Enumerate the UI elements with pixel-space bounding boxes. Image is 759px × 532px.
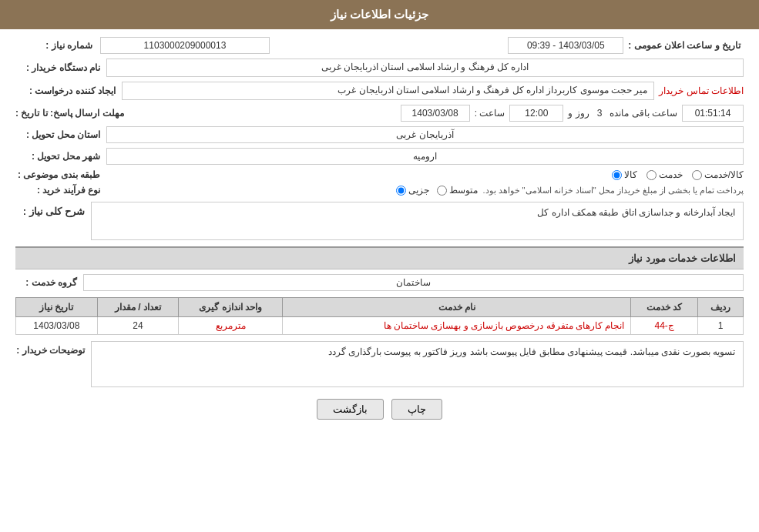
ijad-value-group: اطلاعات تماس خریدار میر حجت موسوی کاربرد… [122, 82, 744, 100]
row-ostan: آذربایجان غربی استان محل تحویل : [15, 126, 744, 143]
mohlat-date-value: 1403/03/08 [401, 105, 470, 122]
print-button[interactable]: چاپ [391, 399, 442, 420]
tabaqe-kala: کالا [612, 169, 637, 180]
gorohe-label: گروه خدمت : [15, 277, 77, 288]
shahr-value-group: ارومیه [106, 148, 744, 165]
tabaqe-radio-group: کالا/خدمت خدمت کالا [612, 169, 744, 180]
rooz-label: روز و [568, 108, 589, 119]
khadamat-section-header: اطلاعات خدمات مورد نیاز [15, 246, 744, 269]
mohlat-label: مهلت ارسال پاسخ: تا تاریخ : [15, 108, 124, 119]
page-header: جزئیات اطلاعات نیاز [0, 0, 759, 29]
mohlat-baqi-label: ساعت باقی مانده [610, 108, 677, 119]
shomare-group: 1103000209000013 شماره نیاز : [15, 37, 270, 54]
tabaqe-khadamat: خدمت [646, 169, 683, 180]
row-noe-farayand: پرداخت تمام یا بخشی از مبلغ خریداز محل "… [15, 185, 744, 196]
shomare-label: شماره نیاز : [15, 40, 92, 51]
tabaqe-kala-label: کالا [624, 169, 637, 180]
noe-farayand-jozi-radio[interactable] [396, 186, 406, 196]
col-name: نام خدمت [283, 298, 631, 317]
shahr-value: ارومیه [106, 148, 744, 165]
noe-farayand-jozi-label: جزیی [408, 185, 429, 196]
noe-farayand-group: پرداخت تمام یا بخشی از مبلغ خریداز محل "… [106, 185, 744, 196]
noe-farayand-radio-group: متوسط جزیی [396, 185, 478, 196]
button-row: بازگشت چاپ [15, 399, 744, 420]
row-ijad: اطلاعات تماس خریدار میر حجت موسوی کاربرد… [15, 82, 744, 100]
mohlat-saat-label: ساعت : [475, 108, 505, 119]
cell-radif: 1 [698, 317, 744, 335]
noe-farayand-motawaset-radio[interactable] [437, 186, 447, 196]
cell-tedad: 24 [97, 317, 179, 335]
noe-farayand-motawaset: متوسط [437, 185, 478, 196]
page-container: جزئیات اطلاعات نیاز تاریخ و ساعت اعلان ع… [0, 0, 759, 532]
col-kod: کد خدمت [631, 298, 698, 317]
cell-tarikh: 1403/03/08 [16, 317, 98, 335]
tabaqe-khadamat-radio[interactable] [646, 170, 657, 180]
content-area: تاریخ و ساعت اعلان عمومی : 1403/03/05 - … [0, 29, 759, 439]
tabaqe-kala-khadamat-radio[interactable] [692, 170, 702, 180]
col-vahed: واحد اندازه گیری [179, 298, 283, 317]
khadamat-table-container: ردیف کد خدمت نام خدمت واحد اندازه گیری ت… [15, 297, 744, 335]
gorohe-value: ساختمان [83, 274, 744, 291]
ijad-label: ایجاد کننده درخواست : [15, 85, 116, 96]
sharh-label: شرح کلی نیاز : [15, 202, 85, 217]
dasgah-value: اداره کل فرهنگ و ارشاد اسلامی استان اذرب… [106, 59, 744, 77]
dasgah-label: نام دستگاه خریدار : [15, 62, 100, 73]
tarikh-value: 1403/03/05 - 09:39 [508, 37, 623, 54]
back-button[interactable]: بازگشت [317, 399, 384, 420]
khadamat-table: ردیف کد خدمت نام خدمت واحد اندازه گیری ت… [15, 297, 744, 335]
توضیحات-value-group: تسویه بصورت نقدی میباشد. قیمت پیشنهادی م… [91, 341, 744, 387]
cell-kod: ج-44 [631, 317, 698, 335]
mohlat-saat-value: 12:00 [509, 105, 563, 122]
row-mohlat: 01:51:14 ساعت باقی مانده 3 روز و 12:00 س… [15, 105, 744, 122]
row-توضیحات: تسویه بصورت نقدی میباشد. قیمت پیشنهادی م… [15, 341, 744, 387]
row-gorohe: ساختمان گروه خدمت : [15, 274, 744, 291]
noe-farayand-motawaset-label: متوسط [449, 185, 478, 196]
row-sharh: ایجاد آبدارخانه و جداسازی اتاق طبقه همکف… [15, 202, 744, 240]
ijad-value: میر حجت موسوی کاربرداز اداره کل فرهنگ و … [122, 82, 654, 100]
mohlat-baqi-group: 01:51:14 ساعت باقی مانده 3 روز و 12:00 س… [401, 105, 744, 122]
توضیحات-label: توضیحات خریدار : [15, 341, 85, 356]
noe-farayand-jozi: جزیی [396, 185, 429, 196]
ostan-value: آذربایجان غربی [106, 126, 744, 143]
row-shomared-tarikh: تاریخ و ساعت اعلان عمومی : 1403/03/05 - … [15, 37, 744, 54]
row-dasgah: اداره کل فرهنگ و ارشاد اسلامی استان اذرب… [15, 59, 744, 77]
col-tarikh: تاریخ نیاز [16, 298, 98, 317]
rooz-value: 3 [597, 108, 603, 119]
ostan-value-group: آذربایجان غربی [106, 126, 744, 143]
page-title: جزئیات اطلاعات نیاز [331, 8, 428, 21]
sharh-value: ایجاد آبدارخانه و جداسازی اتاق طبقه همکف… [91, 202, 744, 240]
row-tabaqe: کالا/خدمت خدمت کالا طبقه بندی موضوعی : [15, 169, 744, 180]
shahr-label: شهر محل تحویل : [15, 151, 100, 162]
tabaqe-khadamat-label: خدمت [659, 169, 683, 180]
tabaqe-kala-radio[interactable] [612, 170, 622, 180]
row-shahr: ارومیه شهر محل تحویل : [15, 148, 744, 165]
mohlat-baqi-value: 01:51:14 [682, 105, 744, 122]
dasgah-group: اداره کل فرهنگ و ارشاد اسلامی استان اذرب… [106, 59, 744, 77]
tabaqe-label: طبقه بندی موضوعی : [15, 169, 100, 180]
col-tedad: تعداد / مقدار [97, 298, 179, 317]
gorohe-value-group: ساختمان [83, 274, 744, 291]
tarikh-group: تاریخ و ساعت اعلان عمومی : 1403/03/05 - … [508, 37, 744, 54]
table-header-row: ردیف کد خدمت نام خدمت واحد اندازه گیری ت… [16, 298, 744, 317]
shomare-value: 1103000209000013 [100, 37, 270, 54]
noe-farayand-note: پرداخت تمام یا بخشی از مبلغ خریداز محل "… [482, 186, 744, 196]
ostan-label: استان محل تحویل : [15, 129, 100, 140]
tabaqe-kala-khadamat: کالا/خدمت [692, 169, 744, 180]
cell-vahed: مترمربع [179, 317, 283, 335]
توضیحات-value: تسویه بصورت نقدی میباشد. قیمت پیشنهادی م… [91, 341, 744, 387]
tarikh-label: تاریخ و ساعت اعلان عمومی : [628, 40, 741, 51]
col-radif: ردیف [698, 298, 744, 317]
table-row: 1 ج-44 انجام کارهای متفرقه درخصوص بازساز… [16, 317, 744, 335]
sharh-value-group: ایجاد آبدارخانه و جداسازی اتاق طبقه همکف… [91, 202, 744, 240]
tamas-link[interactable]: اطلاعات تماس خریدار [659, 85, 744, 96]
cell-name: انجام کارهای متفرقه درخصوص بازسازی و بهس… [283, 317, 631, 335]
noe-farayand-label: نوع فرآیند خرید : [15, 185, 100, 196]
tabaqe-kala-khadamat-label: کالا/خدمت [704, 169, 744, 180]
